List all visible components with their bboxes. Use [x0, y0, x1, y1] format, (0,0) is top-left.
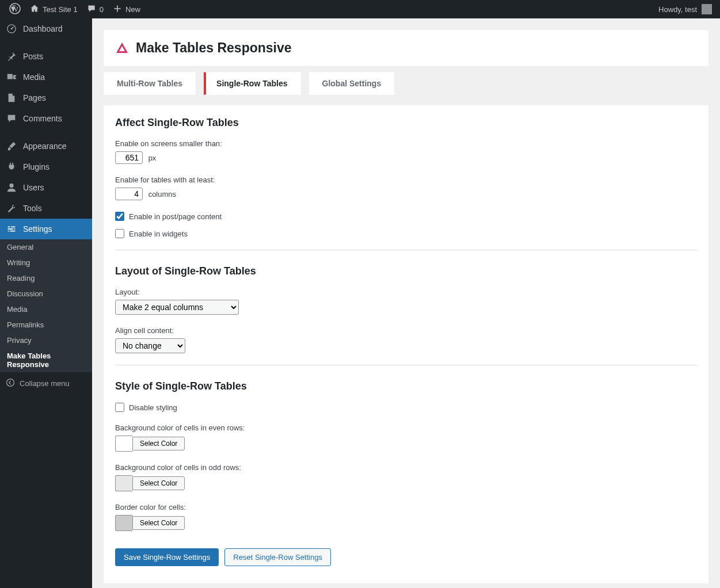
- plus-icon: [113, 4, 122, 15]
- bg-odd-label: Background color of cells in odd rows:: [115, 463, 697, 472]
- border-color-label: Border color for cells:: [115, 503, 697, 511]
- tab-global[interactable]: Global Settings: [309, 72, 395, 95]
- enable-smaller-unit: px: [148, 154, 157, 162]
- page-heading: Make Tables Responsive: [104, 30, 708, 66]
- sidebar-item-comments[interactable]: Comments: [0, 108, 92, 129]
- align-label: Align cell content:: [115, 326, 697, 335]
- sidebar-item-posts[interactable]: Posts: [0, 46, 92, 67]
- submenu-media[interactable]: Media: [0, 301, 92, 317]
- submenu-permalinks[interactable]: Permalinks: [0, 317, 92, 333]
- sidebar-item-plugins[interactable]: Plugins: [0, 156, 92, 177]
- howdy-text: Howdy, test: [658, 5, 697, 14]
- section-affect-heading: Affect Single-Row Tables: [115, 117, 697, 129]
- section-divider: [115, 250, 697, 250]
- align-select[interactable]: No change: [115, 338, 185, 353]
- disable-styling-checkbox[interactable]: [115, 403, 124, 412]
- site-name-menu[interactable]: Test Site 1: [25, 0, 82, 18]
- collapse-menu[interactable]: Collapse menu: [0, 372, 92, 395]
- submenu-reading[interactable]: Reading: [0, 270, 92, 286]
- enable-smaller-input[interactable]: [115, 151, 143, 164]
- sidebar-item-label: Users: [23, 183, 44, 192]
- reset-button[interactable]: Reset Single-Row Settings: [224, 548, 331, 566]
- section-layout-heading: Layout of Single-Row Tables: [115, 265, 697, 277]
- settings-form: Affect Single-Row Tables Enable on scree…: [104, 105, 708, 583]
- brush-icon: [6, 140, 17, 152]
- section-style-heading: Style of Single-Row Tables: [115, 380, 697, 392]
- page-icon: [6, 92, 17, 104]
- enable-smaller-label: Enable on screens smaller than:: [115, 139, 697, 148]
- submenu-general[interactable]: General: [0, 239, 92, 255]
- my-account-menu[interactable]: Howdy, test: [658, 4, 715, 14]
- submenu-discussion[interactable]: Discussion: [0, 286, 92, 301]
- sidebar-item-users[interactable]: Users: [0, 177, 92, 198]
- wp-logo-menu[interactable]: [5, 0, 25, 18]
- collapse-label: Collapse menu: [20, 379, 70, 388]
- sidebar-item-media[interactable]: Media: [0, 67, 92, 87]
- enable-widgets-checkbox[interactable]: [115, 229, 124, 238]
- sidebar-item-appearance[interactable]: Appearance: [0, 136, 92, 156]
- border-select-button[interactable]: Select Color: [132, 516, 185, 530]
- section-divider: [115, 365, 697, 365]
- bg-even-swatch[interactable]: [115, 436, 132, 452]
- sidebar-item-label: Settings: [23, 224, 52, 234]
- site-name-text: Test Site 1: [43, 5, 78, 14]
- border-swatch[interactable]: [115, 515, 132, 531]
- sidebar-item-label: Appearance: [23, 142, 67, 151]
- bg-odd-select-button[interactable]: Select Color: [132, 476, 185, 490]
- dashboard-icon: [6, 23, 17, 35]
- admin-toolbar: Test Site 1 0 New Howdy, test: [0, 0, 720, 18]
- submenu-writing[interactable]: Writing: [0, 255, 92, 270]
- user-icon: [6, 182, 17, 193]
- tab-single-row[interactable]: Single-Row Tables: [204, 72, 300, 95]
- submenu-make-tables-responsive[interactable]: Make Tables Responsive: [0, 348, 92, 372]
- svg-point-3: [9, 184, 13, 188]
- comment-icon: [6, 113, 17, 124]
- disable-styling-label: Disable styling: [129, 403, 177, 412]
- sidebar-item-label: Dashboard: [23, 24, 63, 33]
- enable-atleast-label: Enable for tables with at least:: [115, 175, 697, 184]
- sidebar-item-label: Posts: [23, 52, 43, 61]
- sidebar-item-label: Plugins: [23, 162, 49, 171]
- avatar: [702, 4, 712, 14]
- tabs: Multi-Row Tables Single-Row Tables Globa…: [104, 72, 708, 95]
- wordpress-icon: [9, 3, 21, 16]
- content-area: Make Tables Responsive Multi-Row Tables …: [92, 18, 720, 588]
- settings-submenu: General Writing Reading Discussion Media…: [0, 239, 92, 372]
- new-label: New: [125, 5, 140, 14]
- svg-point-2: [11, 28, 13, 30]
- sliders-icon: [6, 223, 17, 235]
- sidebar-item-label: Tools: [23, 204, 42, 213]
- sidebar-item-pages[interactable]: Pages: [0, 87, 92, 108]
- layout-label: Layout:: [115, 288, 697, 296]
- enable-content-label: Enable in post/page content: [129, 212, 222, 221]
- comments-menu[interactable]: 0: [82, 0, 108, 18]
- tab-multi-row[interactable]: Multi-Row Tables: [104, 72, 196, 95]
- pushpin-icon: [6, 51, 17, 62]
- enable-atleast-unit: columns: [148, 190, 176, 198]
- layout-select[interactable]: Make 2 equal columns: [115, 300, 239, 315]
- enable-atleast-input[interactable]: [115, 188, 143, 200]
- sidebar-item-tools[interactable]: Tools: [0, 198, 92, 219]
- new-content-menu[interactable]: New: [108, 0, 145, 18]
- plugin-logo-icon: [115, 41, 129, 55]
- enable-widgets-label: Enable in widgets: [129, 230, 188, 238]
- wrench-icon: [6, 203, 17, 214]
- collapse-icon: [6, 378, 15, 389]
- bg-even-label: Background color of cells in even rows:: [115, 423, 697, 432]
- sidebar-item-dashboard[interactable]: Dashboard: [0, 18, 92, 39]
- submenu-privacy[interactable]: Privacy: [0, 333, 92, 348]
- sidebar-item-label: Pages: [23, 93, 46, 102]
- media-icon: [6, 71, 17, 83]
- bg-even-select-button[interactable]: Select Color: [132, 437, 185, 450]
- comments-count: 0: [100, 5, 104, 14]
- plug-icon: [6, 161, 17, 173]
- home-icon: [30, 4, 39, 15]
- enable-content-checkbox[interactable]: [115, 212, 124, 221]
- save-button[interactable]: Save Single-Row Settings: [115, 548, 219, 566]
- svg-point-4: [7, 379, 14, 387]
- admin-sidebar: Dashboard Posts Media Pages Comments App…: [0, 18, 92, 588]
- comment-icon: [87, 4, 96, 15]
- sidebar-item-label: Media: [23, 72, 45, 82]
- sidebar-item-settings[interactable]: Settings: [0, 219, 92, 239]
- bg-odd-swatch[interactable]: [115, 475, 132, 491]
